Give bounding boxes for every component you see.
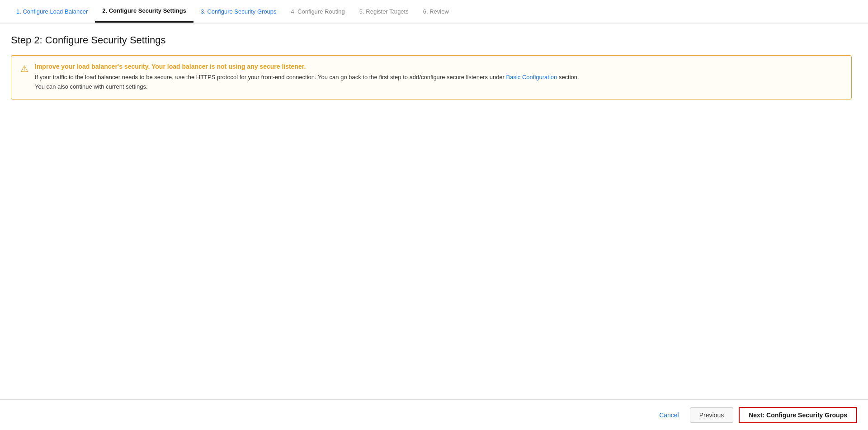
- nav-step-5: 5. Register Targets: [352, 0, 416, 23]
- warning-icon: ⚠: [20, 63, 28, 74]
- nav-step-1[interactable]: 1. Configure Load Balancer: [9, 0, 95, 23]
- nav-step-4: 4. Configure Routing: [284, 0, 352, 23]
- warning-content: Improve your load balancer's security. Y…: [35, 63, 842, 92]
- page-title: Step 2: Configure Security Settings: [11, 34, 857, 46]
- warning-body-text1: If your traffic to the load balancer nee…: [35, 74, 506, 80]
- main-content: Step 2: Configure Security Settings ⚠ Im…: [0, 24, 868, 145]
- warning-body-text2: section.: [557, 74, 579, 80]
- basic-configuration-link[interactable]: Basic Configuration: [506, 74, 557, 80]
- warning-body-line2: You can also continue with current setti…: [35, 83, 148, 90]
- nav-step-6: 6. Review: [416, 0, 456, 23]
- cancel-button[interactable]: Cancel: [654, 408, 684, 422]
- step-navigation: 1. Configure Load Balancer 2. Configure …: [0, 0, 868, 24]
- previous-button[interactable]: Previous: [690, 407, 733, 423]
- next-button[interactable]: Next: Configure Security Groups: [739, 407, 857, 423]
- warning-body: If your traffic to the load balancer nee…: [35, 73, 842, 92]
- nav-step-3[interactable]: 3. Configure Security Groups: [193, 0, 284, 23]
- nav-step-2[interactable]: 2. Configure Security Settings: [95, 0, 193, 23]
- footer-actions: Cancel Previous Next: Configure Security…: [0, 399, 868, 430]
- security-warning-box: ⚠ Improve your load balancer's security.…: [11, 55, 852, 99]
- warning-title: Improve your load balancer's security. Y…: [35, 63, 842, 70]
